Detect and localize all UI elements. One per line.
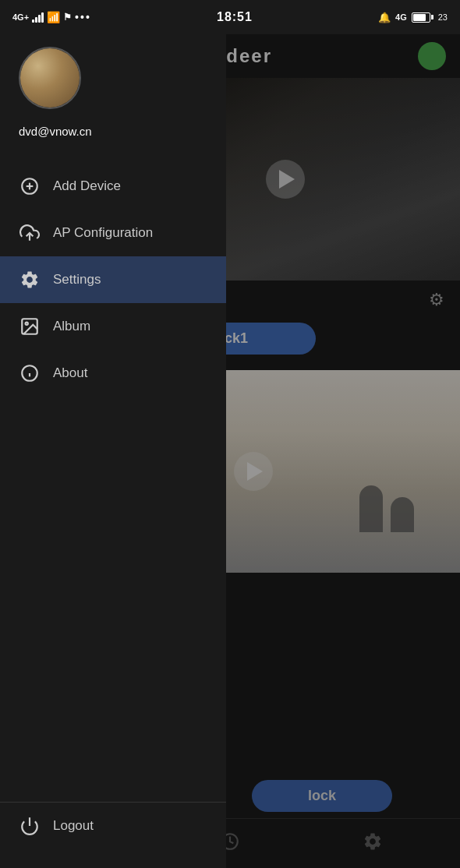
settings-menu-icon [19,269,41,291]
user-email: dvd@vnow.cn [19,125,92,138]
power-icon [19,815,41,837]
battery-icon [412,12,433,23]
drawer-item-ap-config[interactable]: AP Configuration [0,210,226,256]
info-circle-icon [19,362,41,384]
drawer-item-about[interactable]: About [0,350,226,397]
image-icon [19,316,41,337]
battery-body [412,12,430,23]
wifi-icon: 📶 [47,11,60,23]
bell-icon: 🔔 [378,12,391,23]
status-bar: 4G+ 📶 ⚑ ••• 18:51 🔔 4G 23 [0,0,460,34]
logout-label: Logout [53,818,94,834]
battery-percent: 23 [438,12,448,22]
side-drawer: dvd@vnow.cn Add Device AP Configuration [0,0,226,868]
drawer-footer: Logout [0,802,226,868]
battery-tip [431,15,433,19]
drawer-item-add-device[interactable]: Add Device [0,163,226,210]
plus-circle-icon [19,175,41,197]
avatar [19,47,81,109]
signal-text: 4G+ [12,12,29,22]
location-icon: ⚑ [63,12,72,23]
status-time: 18:51 [217,10,253,24]
signal-bar-2 [35,17,37,23]
settings-label: Settings [53,272,101,288]
signal-icon [32,12,44,23]
more-icon: ••• [75,11,91,23]
battery-fill [413,14,426,21]
about-label: About [53,365,87,381]
ap-config-label: AP Configuration [53,225,153,241]
drawer-item-settings[interactable]: Settings [0,256,226,303]
status-right: 🔔 4G 23 [378,12,448,23]
drawer-menu: Add Device AP Configuration Settings [0,157,226,802]
logout-button[interactable]: Logout [19,815,207,837]
drawer-item-album[interactable]: Album [0,303,226,350]
network-icon: 4G [395,12,407,22]
status-left: 4G+ 📶 ⚑ ••• [12,11,91,23]
add-device-label: Add Device [53,178,121,194]
signal-bar-3 [38,15,41,23]
signal-bar-4 [41,12,44,23]
avatar-image [20,48,80,108]
cloud-upload-icon [19,222,41,244]
album-label: Album [53,319,90,334]
svg-point-10 [26,323,28,325]
signal-bar-1 [32,19,34,23]
